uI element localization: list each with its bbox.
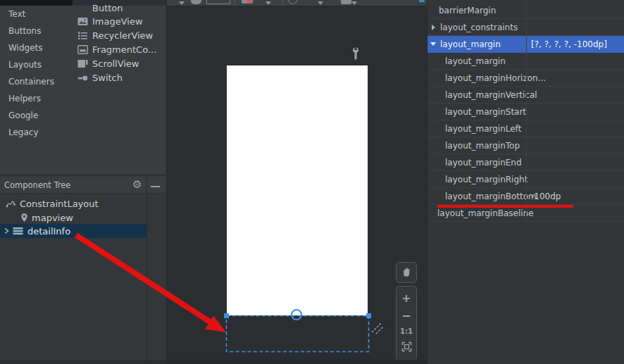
zoom-out-button[interactable]: − [401, 310, 411, 322]
window-bottom-edge [167, 360, 427, 364]
minimize-icon[interactable] [151, 186, 160, 187]
palette-category-google[interactable]: Google [0, 107, 70, 124]
palette-category-list: Text Buttons Widgets Layouts Containers … [0, 6, 70, 141]
pan-button[interactable] [396, 262, 417, 283]
attr-name: layout_margin [445, 53, 506, 70]
chevron-down-icon[interactable] [179, 1, 185, 5]
tree-scrollbar-gutter [146, 175, 147, 360]
attr-row-layout-marginvertical[interactable]: layout_marginVertical [428, 87, 624, 103]
zoom-in-button[interactable]: + [401, 293, 411, 304]
attr-row-layout-marginend[interactable]: layout_marginEnd [428, 154, 624, 171]
attr-row-layout-marginbottom[interactable]: layout_marginBottom -100dp [428, 188, 624, 205]
attr-row-layout-marginhorizontal[interactable]: layout_marginHorizon... [428, 70, 624, 87]
attr-name: layout_marginLeft [445, 120, 521, 137]
palette-item-switch[interactable]: Switch [77, 71, 123, 84]
zoom-actual-size-button[interactable]: 1:1 [400, 328, 413, 335]
wrench-icon[interactable] [351, 46, 360, 63]
attr-name: layout_marginHorizon... [445, 70, 546, 87]
attr-value[interactable]: -100dp [531, 188, 561, 205]
palette-item-label: Switch [92, 73, 123, 83]
tree-item-detailinfo[interactable]: detailInfo [0, 224, 146, 238]
constraintlayout-icon [6, 199, 15, 208]
red-underline-annotation [437, 205, 573, 208]
palette-item-label: FragmentCo... [92, 44, 156, 55]
attr-row-layout-marginstart[interactable]: layout_marginStart [428, 103, 624, 120]
attr-row-layout-margin[interactable]: layout_margin [428, 53, 624, 70]
attr-name: layout_marginTop [445, 137, 520, 154]
imageview-icon [77, 17, 88, 26]
attr-name: layout_marginStart [445, 103, 526, 120]
palette-category-text[interactable]: Text [0, 6, 70, 23]
eye-icon[interactable] [191, 0, 201, 4]
component-tree-panel: Component Tree ⚙ ConstraintLayout mapvie… [0, 175, 166, 360]
attr-row-layout-marginleft[interactable]: layout_marginLeft [428, 120, 624, 137]
chevron-right-icon[interactable] [3, 227, 10, 235]
chevron-down-icon[interactable] [318, 1, 323, 5]
attributes-panel: barrierMargin layout_constraints layout_… [427, 0, 624, 364]
attr-value[interactable]: [?, ?, ?, ?, -100dp] [531, 36, 607, 53]
fragmentcontainerview-icon [77, 45, 88, 54]
design-surface[interactable]: + − 1:1 [166, 0, 426, 364]
component-tree-header: Component Tree ⚙ [0, 177, 166, 194]
attr-name: layout_marginBottom [445, 188, 537, 205]
zoom-controls: + − 1:1 [396, 286, 417, 361]
device-selector-icon[interactable] [206, 0, 230, 4]
chevron-down-icon[interactable] [430, 42, 436, 46]
chevron-right-icon[interactable] [432, 25, 435, 30]
button-icon [77, 4, 88, 13]
palette-category-layouts[interactable]: Layouts [0, 56, 70, 73]
palette-category-containers[interactable]: Containers [0, 73, 70, 90]
palette-item-label: RecyclerView [92, 30, 153, 41]
attr-name: layout_marginVertical [445, 87, 537, 103]
attr-name: barrierMargin [439, 2, 496, 19]
attr-name: layout_marginEnd [445, 154, 522, 171]
attr-name: layout_margin [440, 36, 501, 53]
attr-row-layout-constraints[interactable]: layout_constraints [428, 19, 624, 36]
component-tree-title: Component Tree [4, 180, 70, 190]
list-icon [13, 227, 23, 235]
tree-item-label: detailInfo [27, 226, 70, 237]
attr-row-barriermargin[interactable]: barrierMargin [428, 2, 624, 19]
palette-category-widgets[interactable]: Widgets [0, 39, 70, 56]
notification-icon [419, 0, 425, 2]
palette-item-button[interactable]: Button [77, 1, 123, 15]
tree-item-constraintlayout[interactable]: ConstraintLayout [0, 196, 166, 211]
palette-category-legacy[interactable]: Legacy [0, 124, 70, 141]
palette-item-imageview[interactable]: ImageView [77, 15, 143, 28]
attr-name: layout_constraints [440, 19, 518, 36]
tree-item-mapview[interactable]: mapview [0, 211, 166, 225]
palette-panel: Text Buttons Widgets Layouts Containers … [0, 0, 166, 175]
palette-item-label: Button [92, 3, 123, 13]
design-toolbar [167, 0, 427, 6]
scrollview-icon [77, 59, 88, 68]
android-studio-layout-editor: Text Buttons Widgets Layouts Containers … [0, 0, 624, 364]
magnifier-icon[interactable] [288, 0, 297, 4]
recyclerview-icon [77, 31, 88, 40]
palette-item-recyclerview[interactable]: RecyclerView [77, 29, 153, 42]
gear-icon[interactable]: ⚙ [132, 178, 142, 191]
hand-icon [401, 266, 412, 280]
chevron-down-icon[interactable] [266, 1, 271, 5]
zoom-to-fit-button[interactable] [401, 341, 412, 354]
palette-header-strip [0, 0, 73, 6]
theme-selector-icon[interactable] [341, 0, 351, 4]
attr-row-layout-margin-group[interactable]: layout_margin [?, ?, ?, ?, -100dp] [428, 36, 624, 53]
tree-item-label: mapview [32, 213, 73, 223]
palette-category-helpers[interactable]: Helpers [0, 90, 70, 107]
palette-item-fragmentcontainerview[interactable]: FragmentCo... [77, 43, 156, 56]
place-icon [20, 213, 29, 222]
palette-category-buttons[interactable]: Buttons [0, 23, 70, 39]
device-preview[interactable] [227, 65, 368, 315]
attr-row-layout-marginright[interactable]: layout_marginRight [428, 171, 624, 188]
palette-item-label: ScrollView [92, 58, 139, 69]
tree-item-label: ConstraintLayout [20, 199, 99, 209]
attr-name: layout_marginRight [445, 171, 528, 188]
attr-row-layout-margintop[interactable]: layout_marginTop [428, 137, 624, 154]
switch-icon [77, 73, 88, 82]
chevron-down-icon[interactable] [351, 1, 357, 5]
palette-item-scrollview[interactable]: ScrollView [77, 57, 139, 70]
palette-item-label: ImageView [92, 16, 143, 27]
